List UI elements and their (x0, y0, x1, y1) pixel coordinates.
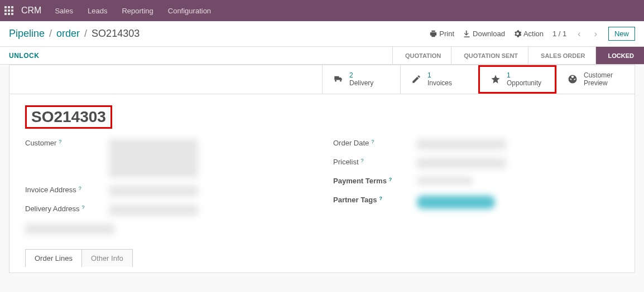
help-icon[interactable]: ? (361, 158, 364, 163)
help-icon[interactable]: ? (371, 139, 374, 144)
svg-rect-4 (8, 9, 10, 12)
breadcrumb-sep: / (49, 28, 52, 40)
help-icon[interactable]: ? (59, 139, 61, 144)
breadcrumb: Pipeline / order / SO214303 (9, 28, 140, 40)
unlock-button[interactable]: UNLOCK (9, 52, 39, 60)
svg-rect-0 (4, 6, 7, 8)
svg-rect-1 (8, 6, 10, 8)
header: Pipeline / order / SO214303 Print Downlo… (0, 21, 644, 46)
top-nav: Sales Leads Reporting Configuration (49, 7, 217, 15)
statbox-label: Customer (584, 71, 613, 79)
field-label-payment-terms: Payment Terms? (333, 177, 417, 185)
svg-rect-6 (4, 13, 7, 15)
pager[interactable]: 1 / 1 (552, 30, 566, 38)
action-button[interactable]: Action (514, 30, 544, 38)
print-button[interactable]: Print (430, 30, 454, 38)
field-label-delivery-address: Delivery Address? (25, 205, 109, 213)
star-icon (490, 74, 501, 85)
stage-locked[interactable]: LOCKED (595, 47, 644, 64)
statbox-delivery[interactable]: 2 Delivery (322, 65, 400, 94)
field-value-delivery-address[interactable]: xxxxxxxx (109, 205, 198, 216)
truck-icon (333, 74, 344, 85)
tab-other-info[interactable]: Other Info (82, 249, 133, 267)
app-brand[interactable]: CRM (21, 6, 41, 16)
breadcrumb-sep: / (84, 28, 87, 40)
field-label-order-date: Order Date? (333, 139, 417, 147)
breadcrumb-current: SO214303 (92, 28, 140, 40)
topbar: CRM Sales Leads Reporting Configuration (0, 0, 644, 21)
record-title: SO214303 (25, 105, 112, 129)
field-label-pricelist: Pricelist? (333, 158, 417, 166)
right-column: Order Date? xxxxxxxx Pricelist? xxxxxxxx… (333, 139, 619, 242)
stage-quotation-sent[interactable]: QUOTATION SENT (451, 47, 528, 64)
print-icon (430, 30, 437, 37)
next-button[interactable]: › (592, 29, 599, 39)
statbox-invoices[interactable]: 1 Invoices (400, 65, 478, 94)
print-label: Print (439, 30, 454, 38)
help-icon[interactable]: ? (79, 186, 81, 191)
breadcrumb-mid[interactable]: order (56, 28, 80, 40)
statbox-customer-preview[interactable]: Customer Preview (556, 65, 635, 94)
stages: QUOTATION QUOTATION SENT SALES ORDER LOC… (392, 47, 644, 64)
field-value-customer[interactable]: xxxxxxxx xxxxxx xxxx xxxx (109, 139, 198, 178)
statbox-label: Opportunity (507, 79, 541, 87)
statbox-count: 1 (507, 71, 541, 79)
statusbar: UNLOCK QUOTATION QUOTATION SENT SALES OR… (0, 46, 644, 65)
nav-reporting[interactable]: Reporting (116, 7, 158, 15)
download-icon (463, 30, 470, 37)
help-icon[interactable]: ? (82, 205, 85, 210)
statbox-label: Invoices (427, 79, 452, 87)
apps-icon[interactable] (4, 6, 13, 15)
svg-rect-5 (11, 9, 13, 12)
field-label-partner-tags: Partner Tags? (333, 196, 417, 204)
statbox-count: 1 (427, 71, 452, 79)
statboxes: 2 Delivery 1 Invoices 1 Opportunity Cust… (9, 65, 635, 94)
field-label-extra: xxxxxx (25, 223, 109, 235)
download-button[interactable]: Download (463, 30, 505, 38)
svg-rect-7 (8, 13, 10, 15)
svg-rect-8 (11, 13, 13, 15)
left-column: Customer? xxxxxxxx xxxxxx xxxx xxxx Invo… (25, 139, 311, 242)
help-icon[interactable]: ? (379, 196, 383, 201)
prev-button[interactable]: ‹ (575, 29, 583, 39)
statbox-label: Preview (584, 79, 613, 87)
edit-icon (411, 74, 422, 85)
gear-icon (514, 30, 521, 37)
svg-rect-3 (4, 9, 7, 12)
statbox-label: Delivery (349, 79, 373, 87)
nav-sales[interactable]: Sales (49, 7, 79, 15)
statbox-count: 2 (349, 71, 373, 79)
stage-quotation[interactable]: QUOTATION (392, 47, 451, 64)
field-value-payment-terms[interactable]: xxx (417, 177, 473, 185)
statbox-opportunity[interactable]: 1 Opportunity (478, 65, 556, 94)
field-value-invoice-address[interactable]: xxxxxxxx (109, 186, 198, 197)
stage-sales-order[interactable]: SALES ORDER (528, 47, 595, 64)
new-button[interactable]: New (608, 27, 635, 41)
form-sheet: SO214303 Customer? xxxxxxxx xxxxxx xxxx … (9, 94, 635, 273)
nav-leads[interactable]: Leads (82, 7, 113, 15)
field-value-partner-tags[interactable] (417, 196, 495, 209)
field-value-pricelist[interactable]: xxxxxxxxxxxxx (417, 158, 506, 169)
nav-configuration[interactable]: Configuration (162, 7, 217, 15)
action-label: Action (523, 30, 544, 38)
globe-icon (567, 74, 578, 85)
tab-order-lines[interactable]: Order Lines (25, 249, 82, 267)
breadcrumb-root[interactable]: Pipeline (9, 28, 45, 40)
svg-rect-2 (11, 6, 13, 8)
tabs: Order Lines Other Info (25, 249, 619, 267)
help-icon[interactable]: ? (389, 177, 392, 182)
field-label-invoice-address: Invoice Address? (25, 186, 109, 194)
download-label: Download (473, 30, 505, 38)
header-actions: Print Download Action 1 / 1 ‹ › New (430, 27, 635, 41)
field-value-order-date[interactable]: xxxxxxxx (417, 139, 506, 150)
field-label-customer: Customer? (25, 139, 109, 147)
